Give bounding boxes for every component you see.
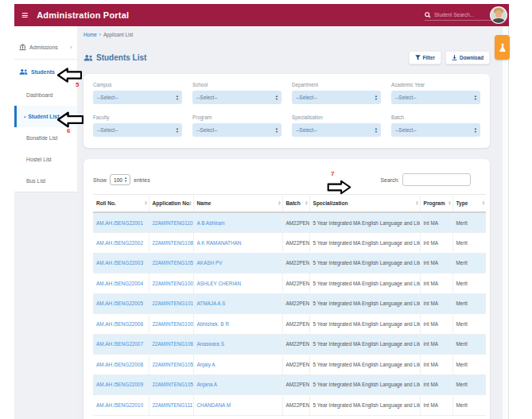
cell-type: Merit (452, 233, 486, 254)
table-row: AM.AH.I5ENG2200922AMINTENG1054Anjana AAM… (93, 374, 486, 395)
specialisation-select[interactable]: --Select--▴▾ (292, 123, 381, 137)
cell-roll-no[interactable]: AM.AH.I5ENG22001 (93, 212, 149, 233)
profile-chevron-down-icon[interactable]: ▼ (513, 13, 518, 17)
sidebar-item-bus-list[interactable]: Bus List (14, 170, 77, 192)
cell-roll-no[interactable]: AM.AH.I5ENG22010 (93, 395, 149, 416)
top-header: ≡ Administration Portal ▼ (14, 4, 509, 26)
campus-select[interactable]: --Select--▴▾ (93, 91, 182, 104)
select-caret-icon: ▴▾ (125, 177, 126, 182)
hamburger-menu-icon[interactable]: ≡ (21, 10, 28, 21)
cell-application-no[interactable]: 22AMINTENG1082 (149, 233, 193, 254)
cell-roll-no[interactable]: AM.AH.I5ENG22009 (93, 374, 149, 395)
cell-roll-no[interactable]: AM.AH.I5ENG22006 (93, 314, 149, 335)
department-select[interactable]: --Select--▴▾ (292, 91, 381, 104)
select-value: --Select-- (296, 127, 317, 133)
school-select[interactable]: --Select--▴▾ (192, 91, 282, 104)
column-header-application-no[interactable]: Application No.▴▾ (149, 195, 193, 213)
avatar-face (495, 10, 502, 17)
sort-caret-icon: ▴▾ (276, 95, 278, 100)
faculty-select[interactable]: --Select--▴▾ (93, 123, 182, 137)
cell-roll-no[interactable]: AM.AH.I5ENG22005 (93, 293, 149, 314)
column-header-name[interactable]: Name▴▾ (193, 195, 282, 213)
sidebar-item-hostel-list[interactable]: Hostel List (14, 149, 77, 170)
show-label: Show (93, 177, 107, 183)
cell-name[interactable]: CHANDANA M (193, 395, 282, 416)
cell-roll-no[interactable]: AM.AH.I5ENG22002 (93, 233, 149, 254)
sidebar-item-dashboard[interactable]: Dashboard (14, 84, 77, 106)
column-header-program[interactable]: Program▴▾ (420, 195, 452, 213)
sidebar-submenu: Dashboard▪Student ListBonafide ListHoste… (14, 84, 77, 192)
select-value: --Select-- (395, 127, 417, 133)
cell-application-no[interactable]: 22AMINTENG1117 (149, 395, 193, 416)
cell-roll-no[interactable]: AM.AH.I5ENG22007 (93, 334, 149, 355)
sidebar-item-label: Students (31, 69, 55, 75)
cell-program: Int MA (420, 395, 452, 416)
select-value: --Select-- (395, 95, 417, 100)
browser-viewport: ≡ Administration Portal ▼ Admissions (0, 0, 532, 419)
cell-application-no[interactable]: 22AMINTENG1003 (149, 274, 193, 294)
cell-type: Merit (452, 355, 486, 375)
entries-count-select[interactable]: 100 ▴▾ (110, 174, 130, 184)
students-table-body: AM.AH.I5ENG2200122AMINTENG1103A B Abhira… (93, 212, 486, 415)
cell-batch: AM22PENG (282, 274, 309, 294)
program-select[interactable]: --Select--▴▾ (192, 123, 282, 137)
cell-specialization: 5 Year Integrated MA English Language an… (309, 274, 420, 294)
cell-specialization: 5 Year Integrated MA English Language an… (309, 374, 420, 395)
cell-application-no[interactable]: 22AMINTENG1054 (149, 374, 193, 395)
toolbar: Filter Download (409, 51, 491, 64)
cell-name[interactable]: Anjana A (193, 374, 282, 395)
users-icon (83, 54, 93, 62)
filter-label: Department (292, 82, 381, 87)
cell-roll-no[interactable]: AM.AH.I5ENG22003 (93, 253, 149, 274)
academic-year-select[interactable]: --Select--▴▾ (391, 91, 480, 104)
student-search-input[interactable] (434, 12, 491, 17)
cell-name[interactable]: Anjaly A (193, 355, 282, 375)
breadcrumb-current: Applicant List (103, 32, 133, 37)
cell-application-no[interactable]: 22AMINTENG1058 (149, 253, 193, 274)
cell-program: Int MA (420, 293, 452, 314)
column-header-type[interactable]: Type▴▾ (452, 195, 486, 213)
main-content: Home › Applicant List Students List (77, 26, 503, 419)
column-header-batch[interactable]: Batch▴▾ (282, 195, 309, 213)
filter-button[interactable]: Filter (409, 51, 441, 64)
flask-fab-button[interactable] (495, 35, 510, 60)
batch-select[interactable]: --Select--▴▾ (391, 123, 480, 137)
download-icon (452, 55, 457, 60)
cell-name[interactable]: Abhishek. B R (193, 314, 282, 335)
cell-batch: AM22PENG (282, 314, 309, 335)
cell-roll-no[interactable]: AM.AH.I5ENG22008 (93, 355, 149, 375)
sidebar-item-admissions[interactable]: Admissions ‹ (14, 35, 77, 60)
breadcrumb-home-link[interactable]: Home (83, 32, 97, 37)
sidebar-filler (14, 192, 77, 419)
filter-field-faculty: Faculty--Select--▴▾ (93, 114, 182, 140)
cell-name[interactable]: ATMAJA A S (193, 293, 282, 314)
cell-application-no[interactable]: 22AMINTENG1004 (149, 314, 193, 335)
cell-specialization: 5 Year Integrated MA English Language an… (309, 395, 420, 416)
sort-caret-icon: ▴▾ (475, 127, 476, 133)
cell-name[interactable]: Anaswara S (193, 334, 282, 355)
cell-name[interactable]: AKASH PV (193, 253, 282, 274)
cell-name[interactable]: A B Abhiram (193, 212, 282, 233)
column-header-roll-no[interactable]: Roll No.▴▾ (93, 195, 149, 213)
cell-application-no[interactable]: 22AMINTENG1066 (149, 334, 193, 355)
sort-caret-icon: ▴▾ (177, 127, 178, 133)
cell-batch: AM22PENG (282, 253, 309, 274)
user-avatar[interactable] (490, 6, 507, 24)
column-label: Roll No. (96, 200, 116, 206)
cell-batch: AM22PENG (282, 395, 309, 416)
column-label: Name (197, 200, 212, 206)
column-header-specialization[interactable]: Specialization▴▾ (309, 195, 420, 213)
cell-name[interactable]: A K RAMANATHAN (193, 233, 282, 254)
download-button[interactable]: Download (445, 51, 490, 64)
cell-application-no[interactable]: 22AMINTENG1053 (149, 355, 193, 375)
column-label: Batch (286, 200, 301, 206)
filter-field-department: Department--Select--▴▾ (292, 82, 381, 107)
cell-name[interactable]: ASHLEY CHERIAN (193, 274, 282, 294)
cell-application-no[interactable]: 22AMINTENG1010 (149, 293, 193, 314)
table-search-input[interactable] (402, 173, 471, 186)
scrollbar-track[interactable] (503, 26, 509, 419)
cell-specialization: 5 Year Integrated MA English Language an… (309, 334, 420, 355)
cell-application-no[interactable]: 22AMINTENG1103 (149, 212, 193, 233)
cell-roll-no[interactable]: AM.AH.I5ENG22004 (93, 274, 149, 294)
sidebar-item-label: Bus List (26, 178, 45, 184)
